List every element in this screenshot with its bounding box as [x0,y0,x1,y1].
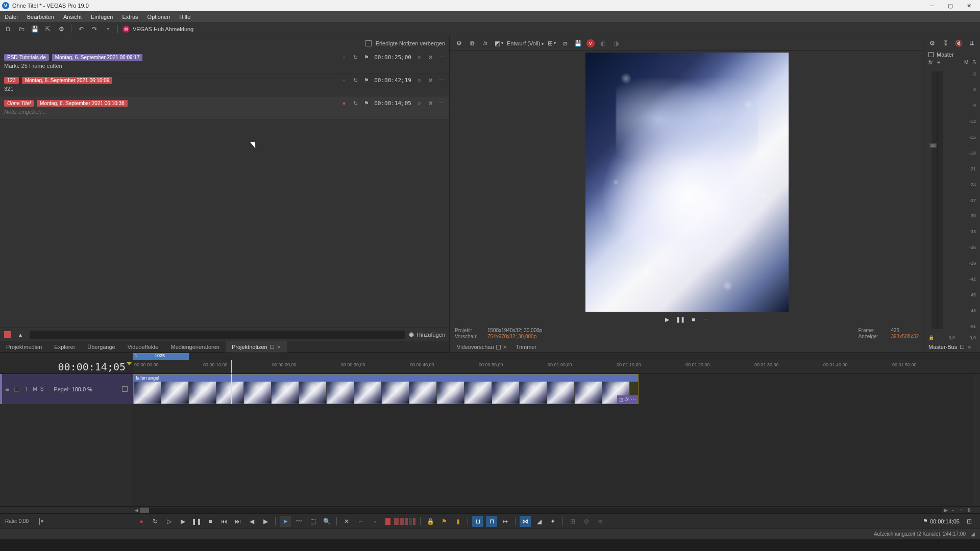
note-title-input[interactable] [30,331,405,339]
scroll-track[interactable] [140,508,942,513]
note-item[interactable]: 123 Montag, 6. September 2021 06:10:09 ◦… [0,73,449,96]
lock-icon[interactable]: 🔒 [928,335,934,340]
preview-quality-dropdown[interactable]: Entwurf (Voll) [507,40,544,46]
preview-viewport[interactable] [450,51,924,313]
tab-close-icon[interactable]: ✕ [277,344,281,350]
tab-explorer[interactable]: Explorer [48,341,81,353]
record-icon[interactable]: ● [136,516,147,527]
note-delete-icon[interactable]: ✕ [427,99,434,107]
timeline-ruler[interactable]: 00:00:00;00 00:00:10;00 00:00:20;00 00:0… [133,360,973,373]
master-settings-icon[interactable]: ⚙ [927,38,938,48]
tab-mediengeneratoren[interactable]: Mediengeneratoren [165,341,226,353]
transport-timecode[interactable]: ⚑ 00:00:14;05 [923,518,960,524]
trim-start-icon[interactable]: ⌐ [355,516,366,527]
menu-hilfe[interactable]: Hilfe [175,11,195,22]
track-motion-icon[interactable] [122,386,128,392]
tab-videovorschau[interactable]: Videovorschau ✕ [453,343,511,351]
note-body[interactable]: Marke 25 Frame cutten [4,63,445,69]
track-mute-button[interactable]: M [33,386,37,392]
play-start-icon[interactable]: ▷ [163,516,175,527]
note-done-icon[interactable]: ○ [415,99,423,107]
vegas-hub[interactable]: H VEGAS Hub Abmeldung [122,26,193,33]
close-button[interactable]: ✕ [960,1,978,11]
preview-grid-icon[interactable]: ⊞ [547,38,557,48]
preview-adjust2-icon[interactable]: ◑ [611,38,621,48]
video-clip[interactable]: fallen angel ⊡ fx ⋯ [133,374,639,404]
minimize-button[interactable]: ─ [923,1,941,11]
maximize-button[interactable]: ▢ [941,1,960,11]
marker-icon[interactable]: ⚑ [438,516,450,527]
hide-done-checkbox[interactable] [365,40,372,46]
note-body-input[interactable]: Notiz eingeben... [4,109,445,115]
tab-videoeffekte[interactable]: Videoeffekte [121,341,165,353]
preview-adjust-icon[interactable]: ◐ [598,38,608,48]
render-icon[interactable]: ⇱ [43,24,53,34]
ignore-fx-icon[interactable]: ⊘ [581,516,592,527]
open-icon[interactable]: 🗁 [16,24,27,34]
clip-crop-icon[interactable]: ⊡ [619,397,623,403]
note-color-icon[interactable]: ◦ [340,77,348,84]
preview-overlay-icon[interactable]: ⧄ [560,38,570,48]
master-downmix-icon[interactable]: ⇊ [967,38,977,48]
properties-icon[interactable]: ⚙ [56,24,66,34]
pause-icon[interactable]: ❚❚ [191,516,202,527]
menu-bearbeiten[interactable]: Bearbeiten [22,11,59,22]
note-body[interactable]: 321 [4,86,445,92]
preview-scope-icon[interactable]: V [586,39,595,47]
tab-uebergaenge[interactable]: Übergänge [81,341,121,353]
note-more-icon[interactable]: ⋯ [438,99,445,107]
menu-extras[interactable]: Extras [117,11,142,22]
preview-more-icon[interactable]: ⋯ [703,315,711,323]
note-color-swatch[interactable] [4,331,11,338]
scroll-right-icon[interactable]: ▶ [942,507,949,514]
scroll-thumb[interactable] [140,508,149,513]
track-scrollbar-v[interactable] [973,374,980,404]
master-mute-icon[interactable]: 🔇 [954,38,964,48]
envelope-edit-icon[interactable]: 〰 [293,516,305,527]
master-meter[interactable]: 88 -3-6-9 -12-15-18 -21-24-27 -30-33-36 … [928,69,976,331]
note-flag-icon[interactable]: ⚑ [363,99,370,107]
select-edit-icon[interactable]: ⬚ [307,516,318,527]
preview-settings-icon[interactable]: ⚙ [454,38,464,48]
hw-accel-icon[interactable]: ⚛ [595,516,606,527]
timeline-timecode[interactable]: 00:00:14;05 [0,360,133,373]
split-icon[interactable] [382,516,394,527]
note-flag-icon[interactable]: ⚑ [363,54,370,61]
track-header[interactable]: ≡ 1 M S Pegel: 100,0 % [0,374,133,404]
master-tab[interactable]: Master-Bus ✕ [924,341,980,353]
note-delete-icon[interactable]: ✕ [427,77,434,84]
note-assign-icon[interactable]: ↻ [352,54,359,61]
undo-icon[interactable]: ↶ [76,24,86,34]
note-flag-icon[interactable]: ⚑ [363,77,370,84]
mixer-icon[interactable]: ✦ [547,516,558,527]
preview-external-icon[interactable]: ⧉ [467,38,477,48]
new-icon[interactable]: 🗋 [3,24,13,34]
master-insert-icon[interactable]: ✴ [937,60,941,65]
clip-controls[interactable]: ⊡ fx ⋯ [617,395,638,404]
tab-trimmer[interactable]: Trimmer [512,343,541,351]
rate-slider[interactable]: ▾ [39,518,43,525]
add-note-button[interactable]: 🞦 Hinzufügen [409,332,445,338]
note-done-icon[interactable]: ○ [415,77,423,84]
note-swatch-expand-icon[interactable]: ▴ [15,330,26,340]
master-output-icon[interactable] [928,52,934,57]
note-item[interactable]: Ohne Titel Montag, 6. September 2021 06:… [0,96,449,119]
tab-undock-icon[interactable] [960,345,964,349]
master-dim-icon[interactable]: ⁑ [941,38,951,48]
note-assign-icon[interactable]: ↻ [352,77,359,84]
tab-undock-icon[interactable] [496,345,501,349]
note-color-icon[interactable]: ● [340,99,348,107]
play-icon[interactable]: ▶ [177,516,188,527]
zoom-out-icon[interactable]: − [949,507,957,514]
preview-splitscreen-icon[interactable]: ◩ [494,38,504,48]
redo-icon[interactable]: ↷ [89,24,100,34]
split3-icon[interactable] [405,516,416,527]
zoom-edit-icon[interactable]: 🔍 [321,516,332,527]
go-start-icon[interactable]: ⏮ [218,516,230,527]
note-assign-icon[interactable]: ↻ [352,99,359,107]
loop-icon[interactable]: ↻ [150,516,161,527]
preview-pause-icon[interactable]: ❚❚ [676,315,684,323]
go-end-icon[interactable]: ⏭ [232,516,243,527]
tab-close-icon[interactable]: ✕ [967,344,971,350]
prev-frame-icon[interactable]: ◀ [246,516,257,527]
